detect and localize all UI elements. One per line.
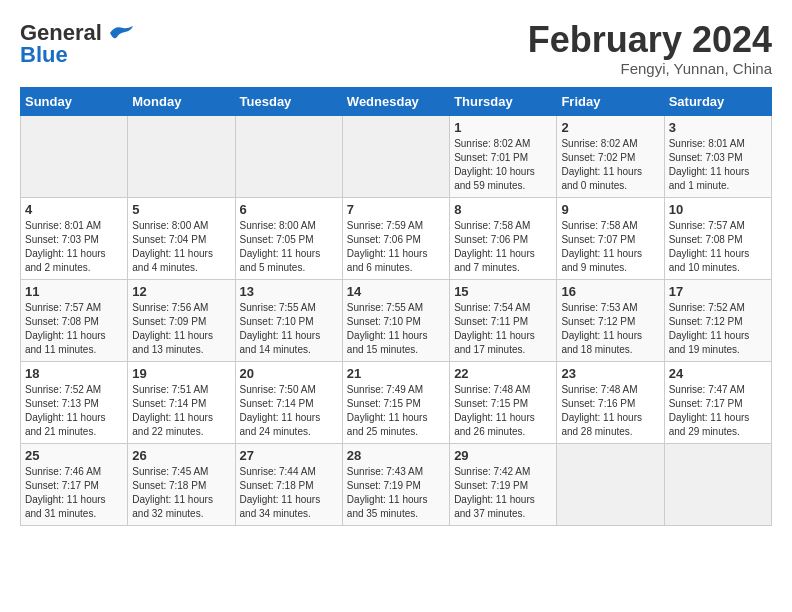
day-info: Sunrise: 7:43 AMSunset: 7:19 PMDaylight:… bbox=[347, 465, 445, 521]
calendar-cell: 9Sunrise: 7:58 AMSunset: 7:07 PMDaylight… bbox=[557, 197, 664, 279]
calendar-cell bbox=[128, 115, 235, 197]
calendar-week-row: 1Sunrise: 8:02 AMSunset: 7:01 PMDaylight… bbox=[21, 115, 772, 197]
location-subtitle: Fengyi, Yunnan, China bbox=[528, 60, 772, 77]
day-info: Sunrise: 7:44 AMSunset: 7:18 PMDaylight:… bbox=[240, 465, 338, 521]
calendar-cell: 26Sunrise: 7:45 AMSunset: 7:18 PMDayligh… bbox=[128, 443, 235, 525]
calendar-cell bbox=[235, 115, 342, 197]
day-number: 4 bbox=[25, 202, 123, 217]
day-number: 21 bbox=[347, 366, 445, 381]
day-number: 12 bbox=[132, 284, 230, 299]
day-number: 18 bbox=[25, 366, 123, 381]
day-info: Sunrise: 7:57 AMSunset: 7:08 PMDaylight:… bbox=[669, 219, 767, 275]
day-number: 15 bbox=[454, 284, 552, 299]
day-number: 3 bbox=[669, 120, 767, 135]
day-info: Sunrise: 7:51 AMSunset: 7:14 PMDaylight:… bbox=[132, 383, 230, 439]
day-info: Sunrise: 7:57 AMSunset: 7:08 PMDaylight:… bbox=[25, 301, 123, 357]
day-number: 5 bbox=[132, 202, 230, 217]
day-info: Sunrise: 7:49 AMSunset: 7:15 PMDaylight:… bbox=[347, 383, 445, 439]
day-info: Sunrise: 7:55 AMSunset: 7:10 PMDaylight:… bbox=[347, 301, 445, 357]
title-block: February 2024 Fengyi, Yunnan, China bbox=[528, 20, 772, 77]
logo: General Blue bbox=[20, 20, 135, 68]
calendar-week-row: 18Sunrise: 7:52 AMSunset: 7:13 PMDayligh… bbox=[21, 361, 772, 443]
calendar-cell: 20Sunrise: 7:50 AMSunset: 7:14 PMDayligh… bbox=[235, 361, 342, 443]
day-number: 28 bbox=[347, 448, 445, 463]
day-info: Sunrise: 7:50 AMSunset: 7:14 PMDaylight:… bbox=[240, 383, 338, 439]
calendar-cell bbox=[664, 443, 771, 525]
day-number: 9 bbox=[561, 202, 659, 217]
weekday-header-monday: Monday bbox=[128, 87, 235, 115]
page-header: General Blue February 2024 Fengyi, Yunna… bbox=[20, 20, 772, 77]
calendar-cell bbox=[21, 115, 128, 197]
day-number: 8 bbox=[454, 202, 552, 217]
day-info: Sunrise: 7:58 AMSunset: 7:07 PMDaylight:… bbox=[561, 219, 659, 275]
day-info: Sunrise: 7:54 AMSunset: 7:11 PMDaylight:… bbox=[454, 301, 552, 357]
day-number: 1 bbox=[454, 120, 552, 135]
calendar-cell: 22Sunrise: 7:48 AMSunset: 7:15 PMDayligh… bbox=[450, 361, 557, 443]
day-info: Sunrise: 8:01 AMSunset: 7:03 PMDaylight:… bbox=[25, 219, 123, 275]
day-info: Sunrise: 7:53 AMSunset: 7:12 PMDaylight:… bbox=[561, 301, 659, 357]
calendar-cell bbox=[342, 115, 449, 197]
calendar-cell: 4Sunrise: 8:01 AMSunset: 7:03 PMDaylight… bbox=[21, 197, 128, 279]
calendar-cell: 11Sunrise: 7:57 AMSunset: 7:08 PMDayligh… bbox=[21, 279, 128, 361]
day-number: 24 bbox=[669, 366, 767, 381]
weekday-header-saturday: Saturday bbox=[664, 87, 771, 115]
day-number: 22 bbox=[454, 366, 552, 381]
weekday-header-row: SundayMondayTuesdayWednesdayThursdayFrid… bbox=[21, 87, 772, 115]
day-info: Sunrise: 8:00 AMSunset: 7:04 PMDaylight:… bbox=[132, 219, 230, 275]
calendar-cell: 23Sunrise: 7:48 AMSunset: 7:16 PMDayligh… bbox=[557, 361, 664, 443]
day-number: 16 bbox=[561, 284, 659, 299]
calendar-cell: 24Sunrise: 7:47 AMSunset: 7:17 PMDayligh… bbox=[664, 361, 771, 443]
day-info: Sunrise: 8:02 AMSunset: 7:01 PMDaylight:… bbox=[454, 137, 552, 193]
calendar-cell: 17Sunrise: 7:52 AMSunset: 7:12 PMDayligh… bbox=[664, 279, 771, 361]
day-info: Sunrise: 7:47 AMSunset: 7:17 PMDaylight:… bbox=[669, 383, 767, 439]
calendar-cell: 2Sunrise: 8:02 AMSunset: 7:02 PMDaylight… bbox=[557, 115, 664, 197]
day-number: 25 bbox=[25, 448, 123, 463]
calendar-cell: 19Sunrise: 7:51 AMSunset: 7:14 PMDayligh… bbox=[128, 361, 235, 443]
day-info: Sunrise: 7:55 AMSunset: 7:10 PMDaylight:… bbox=[240, 301, 338, 357]
calendar-cell: 29Sunrise: 7:42 AMSunset: 7:19 PMDayligh… bbox=[450, 443, 557, 525]
day-info: Sunrise: 8:02 AMSunset: 7:02 PMDaylight:… bbox=[561, 137, 659, 193]
day-number: 27 bbox=[240, 448, 338, 463]
day-number: 2 bbox=[561, 120, 659, 135]
calendar-table: SundayMondayTuesdayWednesdayThursdayFrid… bbox=[20, 87, 772, 526]
day-info: Sunrise: 7:58 AMSunset: 7:06 PMDaylight:… bbox=[454, 219, 552, 275]
calendar-cell: 16Sunrise: 7:53 AMSunset: 7:12 PMDayligh… bbox=[557, 279, 664, 361]
logo-blue-text: Blue bbox=[20, 42, 68, 68]
calendar-cell: 15Sunrise: 7:54 AMSunset: 7:11 PMDayligh… bbox=[450, 279, 557, 361]
calendar-cell: 5Sunrise: 8:00 AMSunset: 7:04 PMDaylight… bbox=[128, 197, 235, 279]
day-number: 23 bbox=[561, 366, 659, 381]
day-info: Sunrise: 7:52 AMSunset: 7:13 PMDaylight:… bbox=[25, 383, 123, 439]
calendar-week-row: 25Sunrise: 7:46 AMSunset: 7:17 PMDayligh… bbox=[21, 443, 772, 525]
day-number: 6 bbox=[240, 202, 338, 217]
day-info: Sunrise: 7:52 AMSunset: 7:12 PMDaylight:… bbox=[669, 301, 767, 357]
day-number: 17 bbox=[669, 284, 767, 299]
calendar-cell: 3Sunrise: 8:01 AMSunset: 7:03 PMDaylight… bbox=[664, 115, 771, 197]
day-number: 29 bbox=[454, 448, 552, 463]
calendar-cell: 27Sunrise: 7:44 AMSunset: 7:18 PMDayligh… bbox=[235, 443, 342, 525]
calendar-cell: 6Sunrise: 8:00 AMSunset: 7:05 PMDaylight… bbox=[235, 197, 342, 279]
weekday-header-sunday: Sunday bbox=[21, 87, 128, 115]
calendar-cell: 14Sunrise: 7:55 AMSunset: 7:10 PMDayligh… bbox=[342, 279, 449, 361]
day-info: Sunrise: 7:48 AMSunset: 7:16 PMDaylight:… bbox=[561, 383, 659, 439]
day-number: 10 bbox=[669, 202, 767, 217]
calendar-cell: 13Sunrise: 7:55 AMSunset: 7:10 PMDayligh… bbox=[235, 279, 342, 361]
day-info: Sunrise: 8:00 AMSunset: 7:05 PMDaylight:… bbox=[240, 219, 338, 275]
day-number: 14 bbox=[347, 284, 445, 299]
calendar-week-row: 11Sunrise: 7:57 AMSunset: 7:08 PMDayligh… bbox=[21, 279, 772, 361]
weekday-header-wednesday: Wednesday bbox=[342, 87, 449, 115]
calendar-cell: 18Sunrise: 7:52 AMSunset: 7:13 PMDayligh… bbox=[21, 361, 128, 443]
day-number: 26 bbox=[132, 448, 230, 463]
weekday-header-friday: Friday bbox=[557, 87, 664, 115]
calendar-week-row: 4Sunrise: 8:01 AMSunset: 7:03 PMDaylight… bbox=[21, 197, 772, 279]
logo-bird-icon bbox=[105, 23, 135, 43]
calendar-cell: 8Sunrise: 7:58 AMSunset: 7:06 PMDaylight… bbox=[450, 197, 557, 279]
day-number: 13 bbox=[240, 284, 338, 299]
month-title: February 2024 bbox=[528, 20, 772, 60]
day-number: 20 bbox=[240, 366, 338, 381]
calendar-cell: 1Sunrise: 8:02 AMSunset: 7:01 PMDaylight… bbox=[450, 115, 557, 197]
calendar-cell: 21Sunrise: 7:49 AMSunset: 7:15 PMDayligh… bbox=[342, 361, 449, 443]
day-info: Sunrise: 7:42 AMSunset: 7:19 PMDaylight:… bbox=[454, 465, 552, 521]
calendar-cell bbox=[557, 443, 664, 525]
day-info: Sunrise: 7:46 AMSunset: 7:17 PMDaylight:… bbox=[25, 465, 123, 521]
weekday-header-tuesday: Tuesday bbox=[235, 87, 342, 115]
